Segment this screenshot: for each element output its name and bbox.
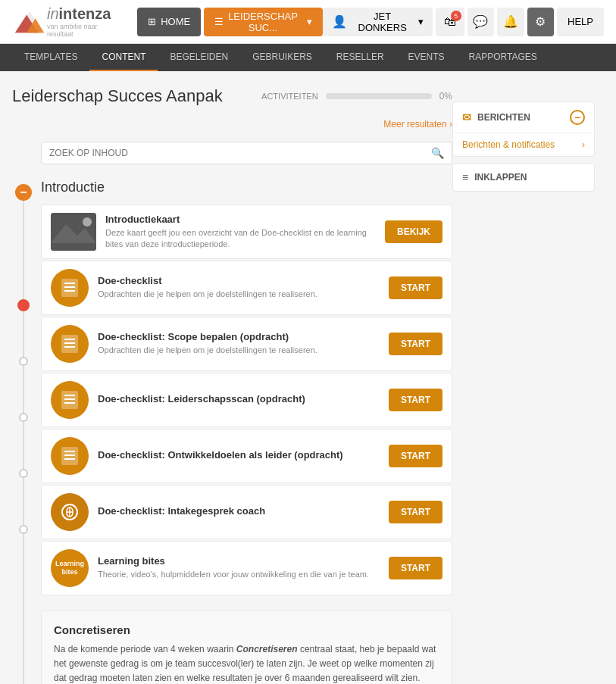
timeline-area: − − <box>12 142 452 684</box>
logo-icon <box>12 7 47 37</box>
nav-events[interactable]: EVENTS <box>396 44 457 71</box>
timeline-line <box>23 201 24 299</box>
page-title: Leiderschap Succes Aanpak <box>12 86 223 106</box>
help-button[interactable]: HELP <box>557 8 604 36</box>
timeline-dot-active <box>17 299 30 311</box>
inklappen-panel: ≡ INKLAPPEN <box>452 163 595 192</box>
card-info-leiderschapsscan: Doe-checklist: Leiderschapsscan (opdrach… <box>98 393 380 407</box>
learning-bites-icon-text: Learning bites <box>51 560 89 576</box>
nav-gebruikers[interactable]: GEBRUIKERS <box>240 44 324 71</box>
card-info-introductiekaart: Introductiekaart Deze kaart geeft jou ee… <box>105 214 376 251</box>
header-right: 👤 JET DONKERS ▾ 🛍 5 💬 🔔 ⚙ HELP <box>323 8 604 36</box>
brain-icon <box>59 501 80 523</box>
nav-templates[interactable]: TEMPLATES <box>12 44 89 71</box>
card-ontwikkeldoelen: Doe-checklist: Ontwikkeldoelen als leide… <box>41 429 452 483</box>
card-title: Doe-checklist <box>98 275 380 286</box>
berichten-collapse-button[interactable]: − <box>570 110 585 125</box>
timeline-line <box>23 534 24 684</box>
nav-rapportages[interactable]: RAPPORTAGES <box>457 44 549 71</box>
header: inintenza van ambitie naar resultaat ⊞ H… <box>0 0 616 44</box>
meer-resultaten: Meer resultaten › <box>12 118 452 130</box>
main-area: Leiderschap Succes Aanpak ACTIVITEITEN 0… <box>12 86 452 684</box>
chevron-down-icon: ▾ <box>307 16 312 27</box>
intro-cards-list: Introductiekaart Deze kaart geeft jou ee… <box>41 205 452 595</box>
berichten-panel: ✉ BERICHTEN − Berichten & notificaties › <box>452 102 595 157</box>
search-bar: 🔍 <box>41 142 452 164</box>
timeline-dot-hollow-1 <box>19 357 28 366</box>
card-desc: Opdrachten die je helpen om je doelstell… <box>98 289 380 300</box>
concretiseren-block-text: Na de komende periode van 4 weken waarin… <box>54 642 439 684</box>
berichten-panel-title: ✉ BERICHTEN <box>462 111 530 123</box>
notifications-button[interactable]: 🛍 5 <box>436 8 464 36</box>
card-title: Introductiekaart <box>105 214 376 225</box>
concretiseren-block-title: Concretiseren <box>54 623 439 636</box>
card-title: Doe-checklist: Intakegesprek coach <box>98 505 380 517</box>
timeline-line <box>23 422 24 469</box>
start-button-5[interactable]: START <box>389 501 442 523</box>
card-info-intakegesprek: Doe-checklist: Intakegesprek coach <box>98 505 380 519</box>
bell-button[interactable]: 🔔 <box>497 8 524 36</box>
bell-icon: 🔔 <box>503 14 518 29</box>
start-button-1[interactable]: START <box>389 276 442 299</box>
lines-icon: ≡ <box>462 171 468 183</box>
card-info-learningbites: Learning bites Theorie, video's, hulpmid… <box>98 555 380 580</box>
timeline-dot-hollow-2 <box>19 413 28 422</box>
progress-pct: 0% <box>439 91 452 102</box>
card-thumb-checklist-0 <box>51 269 89 307</box>
nav-reseller[interactable]: RESELLER <box>324 44 396 71</box>
inklappen-label: INKLAPPEN <box>474 172 527 183</box>
page-body: Leiderschap Succes Aanpak ACTIVITEITEN 0… <box>0 71 616 684</box>
home-button[interactable]: ⊞ HOME <box>137 8 201 36</box>
card-scope: Doe-checklist: Scope bepalen (opdracht) … <box>41 317 452 371</box>
user-menu-button[interactable]: 👤 JET DONKERS ▾ <box>323 8 433 36</box>
mountain-image-icon <box>51 213 96 251</box>
card-title: Learning bites <box>98 555 380 567</box>
home-icon: ⊞ <box>148 16 156 27</box>
card-info-scope: Doe-checklist: Scope bepalen (opdracht) … <box>98 331 380 356</box>
card-learningbites: Learning bites Learning bites Theorie, v… <box>41 541 452 595</box>
start-button-2[interactable]: START <box>389 333 442 355</box>
user-avatar-icon: 👤 <box>332 14 347 29</box>
checklist-icon-3 <box>59 389 80 411</box>
card-thumb-checklist-3 <box>51 437 89 475</box>
card-info-doechecklist: Doe-checklist Opdrachten die je helpen o… <box>98 275 380 300</box>
start-button-4[interactable]: START <box>389 445 442 467</box>
timeline-line <box>23 366 24 413</box>
card-title: Doe-checklist: Ontwikkeldoelen als leide… <box>98 449 380 461</box>
svg-point-5 <box>83 217 92 226</box>
header-nav: ⊞ HOME ☰ LEIDERSCHAP SUC... ▾ <box>137 8 323 36</box>
timeline-column: − − <box>12 142 35 684</box>
berichten-panel-header: ✉ BERICHTEN − <box>453 102 594 133</box>
badge-count: 5 <box>451 11 461 21</box>
timeline-line <box>23 311 24 357</box>
chat-icon: 💬 <box>473 14 488 29</box>
chevron-down-icon: ▾ <box>418 16 424 27</box>
timeline-line <box>23 478 24 525</box>
meer-resultaten-link[interactable]: Meer resultaten › <box>383 119 452 130</box>
timeline-dot-minus-1: − <box>15 184 32 201</box>
sub-nav: TEMPLATES CONTENT BEGELEIDEN GEBRUIKERS … <box>0 44 616 71</box>
concretiseren-info-block: Concretiseren Na de komende periode van … <box>41 611 452 684</box>
list-icon: ☰ <box>214 16 224 27</box>
card-thumb-learning: Learning bites <box>51 549 89 587</box>
active-course-button[interactable]: ☰ LEIDERSCHAP SUC... ▾ <box>204 8 323 36</box>
card-desc: Opdrachten die je helpen om je doelstell… <box>98 345 380 356</box>
card-desc: Deze kaart geeft jou een overzicht van d… <box>105 227 376 251</box>
sidebar: ✉ BERICHTEN − Berichten & notificaties ›… <box>452 86 604 684</box>
chat-button[interactable]: 💬 <box>467 8 494 36</box>
card-leiderschapsscan: Doe-checklist: Leiderschapsscan (opdrach… <box>41 373 452 427</box>
bekijk-button-0[interactable]: BEKIJK <box>385 220 442 243</box>
inklappen-panel-header: ≡ INKLAPPEN <box>453 164 594 191</box>
checklist-icon <box>59 277 80 298</box>
start-button-3[interactable]: START <box>389 389 442 411</box>
settings-button[interactable]: ⚙ <box>527 8 554 36</box>
checklist-icon-2 <box>59 333 80 354</box>
chevron-right-icon: › <box>582 139 585 150</box>
nav-content[interactable]: CONTENT <box>89 44 158 71</box>
activities-bar: ACTIVITEITEN 0% <box>261 91 452 102</box>
card-thumb-brain <box>51 493 89 531</box>
berichten-notificaties-link[interactable]: Berichten & notificaties › <box>453 133 594 156</box>
start-button-6[interactable]: START <box>389 557 442 579</box>
nav-begeleiden[interactable]: BEGELEIDEN <box>158 44 240 71</box>
search-input[interactable] <box>49 148 431 158</box>
